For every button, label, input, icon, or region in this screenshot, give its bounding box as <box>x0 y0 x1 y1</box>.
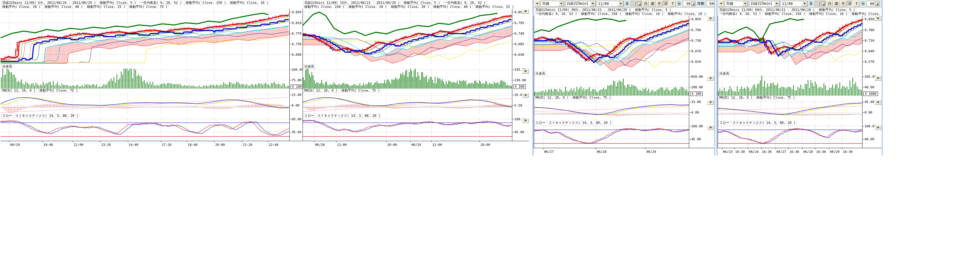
collapse-macd-section-button[interactable] <box>875 100 881 105</box>
instrument-select[interactable]: 日経225mini <box>565 1 596 6</box>
collapse-volume-section-button[interactable] <box>522 69 529 74</box>
chevron-down-icon[interactable] <box>590 1 595 6</box>
volume-pane[interactable] <box>718 76 862 96</box>
period-button-0[interactable]: 日 <box>827 1 832 6</box>
bar-count-spinner[interactable]: 500 <box>706 1 714 6</box>
axis-tick-label: 130.00 <box>514 78 526 82</box>
collapse-stoch-section-button[interactable] <box>875 125 881 130</box>
stoch-section-label: スロー・ストキャスティクス( 14, 3, 80, 20 ) <box>535 121 612 125</box>
period-button-3[interactable]: 分 <box>663 1 669 6</box>
time-tick-mark <box>410 141 411 142</box>
macd-chart[interactable] <box>718 100 862 121</box>
stochastics-chart[interactable] <box>718 125 862 148</box>
stochastics-pane[interactable] <box>718 125 862 148</box>
macd-pane[interactable] <box>302 93 512 114</box>
stochastics-chart[interactable] <box>534 125 689 148</box>
chevron-down-icon[interactable] <box>802 1 807 6</box>
macd-pane[interactable] <box>1 93 290 114</box>
volume-chart[interactable] <box>1 69 290 89</box>
price-chart[interactable] <box>718 16 862 71</box>
stochastics-chart[interactable] <box>1 118 290 141</box>
collapse-stoch-section-button[interactable] <box>522 118 529 123</box>
axis-tick-label: 45.00 <box>514 130 524 134</box>
chart-legend-row-1: 日経225mini 11/09( 15分, 2011/06/21 - 2011/… <box>303 1 529 5</box>
volume-multiplier: X 100 <box>513 84 526 89</box>
contract-select[interactable]: 11/09 <box>781 1 808 6</box>
market-type-select-value: 先物 <box>726 1 733 6</box>
toolbar-menu-button[interactable] <box>718 1 724 7</box>
collapse-price-section-button[interactable] <box>875 16 881 21</box>
macd-chart[interactable] <box>1 93 290 114</box>
spinner-grip-icon <box>637 2 641 6</box>
stochastics-pane[interactable] <box>1 118 290 141</box>
macd-section-label: MACD( 12, 26, 9 ) <box>718 96 754 100</box>
macd-chart[interactable] <box>534 100 689 121</box>
volume-chart[interactable] <box>302 69 512 89</box>
collapse-macd-section-button[interactable] <box>707 100 714 105</box>
market-type-select[interactable]: 先物 <box>725 1 748 6</box>
volume-chart[interactable] <box>534 76 689 96</box>
minutes-value: 30 <box>686 2 690 6</box>
collapse-volume-section-button[interactable] <box>875 76 881 81</box>
period-button-2[interactable]: 月 <box>656 1 662 6</box>
price-axis-line <box>862 16 862 148</box>
axis-tick-label: 205.00 <box>292 68 302 71</box>
price-chart[interactable] <box>534 16 689 71</box>
price-pane[interactable] <box>302 9 512 65</box>
bar-value-spinner: 1 <box>631 1 642 6</box>
collapse-price-section-button[interactable] <box>522 9 529 14</box>
macd-chart[interactable] <box>302 93 512 114</box>
time-tick-mark <box>645 148 646 149</box>
macd-pane[interactable] <box>718 100 862 121</box>
chevron-down-icon[interactable] <box>618 1 624 6</box>
period-button-1[interactable]: 週 <box>834 1 839 6</box>
chevron-down-icon <box>592 3 594 5</box>
axis-tick-label: 9,770 <box>292 32 301 35</box>
stochastics-pane[interactable] <box>302 118 512 141</box>
chevron-down-icon[interactable] <box>559 1 564 6</box>
legend-item: 移動平均( Close, 150 ) <box>764 12 807 16</box>
macd-pane[interactable] <box>534 100 689 121</box>
macd-label-row: MACD( 12, 26, 9 )移動平均( Close, 75 ) <box>718 96 881 100</box>
period-button-0[interactable]: 日 <box>643 1 649 6</box>
toolbar-menu-button[interactable] <box>535 1 540 7</box>
legend-item: 移動平均( Close, 25 ) <box>474 5 515 9</box>
legend-item: 移動平均( Close, 20 ) <box>850 12 881 16</box>
chevron-down-icon[interactable] <box>743 1 748 6</box>
axis-tick-label: 9,850 <box>292 10 301 14</box>
legend-item: 移動平均( Close, 10 ) <box>808 12 849 16</box>
period-button-4[interactable]: T <box>854 1 859 6</box>
price-chart[interactable] <box>302 9 512 65</box>
contract-select[interactable]: 11/09 <box>597 1 624 6</box>
stochastics-chart[interactable] <box>302 118 512 141</box>
collapse-macd-section-button[interactable] <box>522 93 529 98</box>
period-button-1[interactable]: 週 <box>649 1 655 6</box>
minutes-label: 分 <box>676 1 682 6</box>
collapse-price-section-button[interactable] <box>707 16 714 21</box>
collapse-volume-section-button[interactable] <box>707 76 714 81</box>
minutes-spinner[interactable]: 60 <box>867 1 880 6</box>
collapse-stoch-section-button[interactable] <box>707 125 714 130</box>
chart-legend-row-2: 一目均衡表( 9, 26, 52 )移動平均( Close, 150 )移動平均… <box>535 12 714 16</box>
price-pane[interactable] <box>534 16 689 71</box>
period-button-3[interactable]: 分 <box>847 1 853 6</box>
volume-pane[interactable] <box>534 76 689 96</box>
price-chart[interactable] <box>1 9 290 65</box>
volume-pane[interactable] <box>302 69 512 89</box>
chart-toolbar: 先物日経225mini11/09足1日週月分T分30本数500 <box>534 0 714 8</box>
stochastics-pane[interactable] <box>534 125 689 148</box>
bar-count-label: 本数 <box>697 1 705 6</box>
bar-type-label: 足 <box>625 1 630 6</box>
minutes-spinner[interactable]: 30 <box>683 1 696 6</box>
market-type-select[interactable]: 先物 <box>541 1 564 6</box>
volume-chart[interactable] <box>718 76 862 96</box>
period-button-2[interactable]: 月 <box>840 1 846 6</box>
period-button-4[interactable]: T <box>670 1 676 6</box>
price-pane[interactable] <box>1 9 290 65</box>
instrument-select[interactable]: 日経225mini <box>749 1 780 6</box>
volume-pane[interactable] <box>1 69 290 89</box>
price-pane[interactable] <box>718 16 862 71</box>
time-tick-mark <box>9 141 10 142</box>
chart-toolbar: 先物日経225mini11/09足1日週月分T分60本数 <box>718 0 881 8</box>
chevron-down-icon[interactable] <box>774 1 780 6</box>
